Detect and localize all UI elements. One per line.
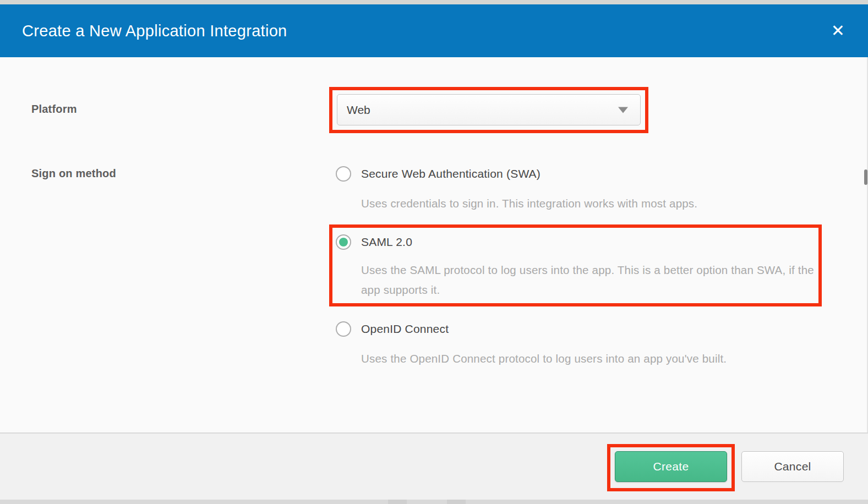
radio-dot [339, 325, 348, 333]
background-bottom-strip [0, 500, 868, 504]
modal-header: Create a New Application Integration ✕ [0, 4, 868, 57]
cancel-button[interactable]: Cancel [741, 451, 844, 482]
platform-label: Platform [31, 103, 77, 116]
radio-dot [339, 169, 348, 178]
modal-footer [0, 432, 868, 500]
caret-down-icon [618, 107, 628, 113]
option-description-swa: Uses credentials to sign in. This integr… [361, 194, 834, 213]
radio-saml[interactable] [336, 234, 351, 250]
scrollbar-thumb[interactable] [864, 169, 867, 185]
radio-swa[interactable] [336, 166, 351, 182]
background-table-edge [447, 500, 466, 504]
radio-dot-selected [339, 238, 348, 246]
modal-title: Create a New Application Integration [22, 22, 287, 40]
platform-dropdown[interactable]: Web [337, 94, 641, 125]
option-label-saml[interactable]: SAML 2.0 [361, 235, 412, 249]
option-description-openid: Uses the OpenID Connect protocol to log … [361, 349, 845, 369]
radio-openid[interactable] [336, 321, 351, 337]
close-icon[interactable]: ✕ [831, 23, 845, 39]
option-label-openid[interactable]: OpenID Connect [361, 322, 449, 336]
option-description-saml: Uses the SAML protocol to log users into… [361, 260, 818, 300]
background-table-edge [388, 500, 407, 504]
platform-dropdown-value: Web [347, 103, 370, 117]
background-top-strip [0, 0, 868, 4]
option-label-swa[interactable]: Secure Web Authentication (SWA) [361, 167, 541, 180]
sign-on-method-label: Sign on method [31, 167, 116, 180]
create-button[interactable]: Create [615, 451, 727, 482]
